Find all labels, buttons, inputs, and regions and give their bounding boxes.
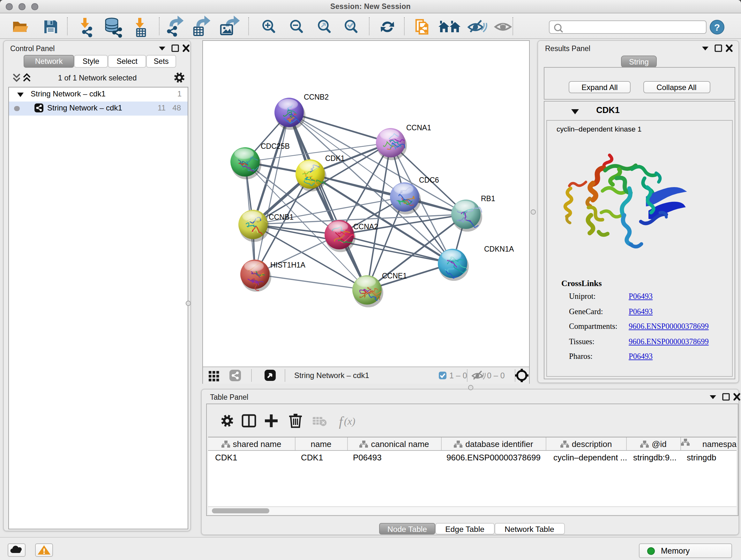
svg-text:CDK1: CDK1 bbox=[325, 154, 344, 162]
svg-text:f: f bbox=[339, 414, 344, 429]
svg-text:CCNA2: CCNA2 bbox=[353, 222, 378, 231]
svg-text:CDC25B: CDC25B bbox=[260, 142, 289, 150]
svg-text:0 – 0: 0 – 0 bbox=[487, 371, 504, 380]
svg-text:CCNE1: CCNE1 bbox=[382, 271, 407, 280]
svg-text:CCNB2: CCNB2 bbox=[304, 92, 328, 101]
svg-text:CDKN1A: CDKN1A bbox=[484, 245, 514, 253]
svg-text:(x): (x) bbox=[344, 415, 355, 427]
svg-text:CCNA1: CCNA1 bbox=[406, 123, 431, 132]
svg-text:CCNB1: CCNB1 bbox=[268, 212, 293, 221]
svg-text:CDC6: CDC6 bbox=[419, 176, 439, 184]
svg-text:HIST1H1A: HIST1H1A bbox=[270, 260, 306, 269]
svg-text:1 – 0: 1 – 0 bbox=[449, 371, 467, 380]
svg-text:RB1: RB1 bbox=[481, 194, 495, 202]
svg-text:String Network – cdk1: String Network – cdk1 bbox=[294, 371, 369, 380]
